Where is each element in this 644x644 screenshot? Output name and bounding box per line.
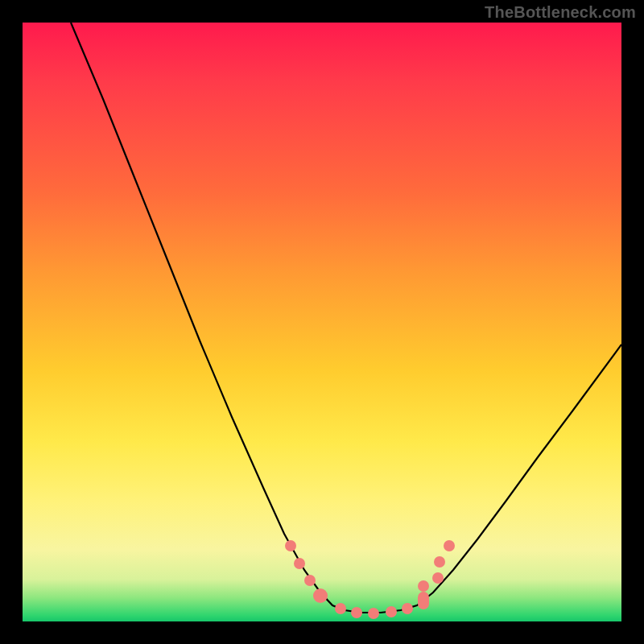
data-marker bbox=[432, 572, 444, 584]
data-marker bbox=[294, 558, 305, 569]
data-marker bbox=[402, 603, 413, 614]
data-marker bbox=[313, 588, 328, 603]
curve-path bbox=[71, 23, 621, 613]
outer-frame: TheBottleneck.com bbox=[0, 0, 644, 644]
data-marker bbox=[418, 580, 429, 592]
data-marker bbox=[368, 608, 379, 619]
data-marker bbox=[351, 607, 362, 618]
data-marker bbox=[285, 540, 296, 551]
data-marker bbox=[335, 603, 346, 614]
data-marker bbox=[434, 556, 445, 568]
data-marker bbox=[444, 540, 455, 551]
watermark-text: TheBottleneck.com bbox=[485, 3, 636, 22]
data-marker bbox=[386, 606, 397, 617]
data-marker bbox=[418, 592, 429, 609]
bottleneck-curve bbox=[23, 23, 621, 621]
plot-area bbox=[23, 23, 621, 621]
data-marker bbox=[304, 575, 316, 586]
